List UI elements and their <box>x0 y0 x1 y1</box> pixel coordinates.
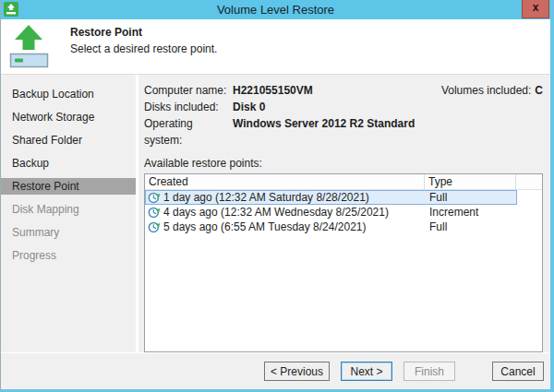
column-header-type[interactable]: Type <box>425 174 516 189</box>
titlebar: Volume Level Restore x <box>1 0 550 19</box>
previous-button[interactable]: < Previous <box>264 362 330 381</box>
restore-point-clock-icon <box>148 220 161 233</box>
operating-system-label: Operating system: <box>144 115 233 148</box>
sidebar-item-backup-location[interactable]: Backup Location <box>1 86 136 102</box>
sidebar-item-progress: Progress <box>1 247 136 264</box>
row-created-value: 4 days ago (12:32 AM Wednesday 8/25/2021… <box>163 206 389 219</box>
volume-level-restore-dialog: Volume Level Restore x Restore Point Sel… <box>0 0 554 392</box>
available-restore-points-label: Available restore points: <box>144 157 543 170</box>
column-header-created[interactable]: Created <box>145 174 425 189</box>
computer-name-label: Computer name: <box>144 82 233 99</box>
computer-name-value: H221055150VM <box>233 82 313 99</box>
step-title: Restore Point <box>70 26 217 39</box>
restore-up-arrow-icon <box>4 2 18 17</box>
disks-included-label: Disks included: <box>144 99 233 115</box>
restore-point-row[interactable]: 5 days ago (6:55 AM Tuesday 8/24/2021)Fu… <box>145 220 517 234</box>
footer-buttons: < PreviousNext >FinishCancel <box>1 352 550 389</box>
sidebar-item-disk-mapping: Disk Mapping <box>1 201 136 218</box>
restore-point-row[interactable]: 4 days ago (12:32 AM Wednesday 8/25/2021… <box>145 205 517 220</box>
restore-points-table: Created Type 1 day ago (12:32 AM Saturda… <box>144 173 543 352</box>
table-header: Created Type <box>145 174 542 190</box>
volume-restore-icon <box>9 24 50 70</box>
restore-points-rows: 1 day ago (12:32 AM Saturday 8/28/2021)F… <box>145 190 542 234</box>
row-created-value: 5 days ago (6:55 AM Tuesday 8/24/2021) <box>163 220 366 233</box>
main-panel: Computer name: H221055150VM Volumes incl… <box>138 75 550 352</box>
wizard-header: Restore Point Select a desired restore p… <box>1 19 550 75</box>
volumes-included-label: Volumes included: <box>441 84 531 97</box>
sidebar-item-network-storage[interactable]: Network Storage <box>1 109 136 125</box>
wizard-steps: Backup LocationNetwork StorageShared Fol… <box>1 75 138 352</box>
row-type-value: Full <box>426 220 447 233</box>
restore-point-row[interactable]: 1 day ago (12:32 AM Saturday 8/28/2021)F… <box>145 190 517 205</box>
finish-button: Finish <box>403 362 455 381</box>
close-button[interactable]: x <box>522 0 549 18</box>
restore-point-clock-icon <box>148 206 161 219</box>
cancel-button[interactable]: Cancel <box>492 362 544 381</box>
row-created-value: 1 day ago (12:32 AM Saturday 8/28/2021) <box>163 191 369 204</box>
disks-included-value: Disk 0 <box>233 99 265 115</box>
restore-point-clock-icon <box>148 191 161 204</box>
step-subtitle: Select a desired restore point. <box>70 42 217 55</box>
operating-system-value: Windows Server 2012 R2 Standard <box>233 115 415 148</box>
sidebar-item-shared-folder[interactable]: Shared Folder <box>1 132 136 148</box>
window-title: Volume Level Restore <box>217 3 334 17</box>
sidebar-item-backup[interactable]: Backup <box>1 155 136 172</box>
volumes-included-value: C <box>535 84 543 97</box>
sidebar-item-restore-point[interactable]: Restore Point <box>1 178 136 195</box>
next-button[interactable]: Next > <box>341 362 392 381</box>
row-type-value: Full <box>426 191 447 204</box>
row-type-value: Increment <box>426 206 478 219</box>
sidebar-item-summary: Summary <box>1 224 136 241</box>
